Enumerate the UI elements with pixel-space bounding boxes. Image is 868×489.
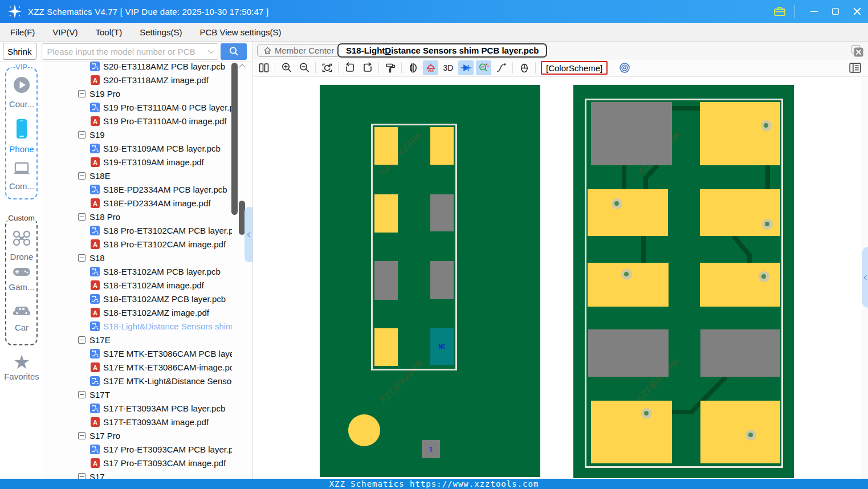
pcb-pad-gray[interactable] bbox=[591, 102, 672, 165]
collapse-expander-icon[interactable] bbox=[78, 391, 85, 398]
tree-file-row[interactable]: AS18E-PD2334AM image.pdf bbox=[0, 196, 232, 210]
eye-icon[interactable] bbox=[617, 60, 632, 75]
tree-file-row[interactable]: AS18 Pro-ET3102CAM image.pdf bbox=[0, 237, 232, 251]
tree-file-row[interactable]: S17E MTK-Light&Distance Sensors shim PCB… bbox=[0, 374, 232, 388]
tree-file-row[interactable]: S18-Light&Distance Sensors shim PCB laye… bbox=[0, 319, 232, 333]
tree-file-row[interactable]: S19-ET3109AM PCB layer.pcb bbox=[0, 141, 232, 155]
tree-group-row[interactable]: S17 bbox=[0, 470, 232, 479]
tree-file-row[interactable]: S19 Pro-ET3110AM-0 PCB layer.pcb bbox=[0, 100, 232, 114]
via[interactable] bbox=[759, 271, 769, 282]
close-button[interactable] bbox=[846, 0, 868, 23]
minimize-button[interactable] bbox=[803, 0, 825, 23]
shrink-button[interactable]: Shrink bbox=[3, 43, 36, 60]
pcb-pad-gray[interactable] bbox=[588, 329, 669, 377]
tree-file-row[interactable]: S17E MTK-ET3086CAM PCB layer.pcb bbox=[0, 347, 232, 360]
tree-file-row[interactable]: S18E-PD2334AM PCB layer.pcb bbox=[0, 182, 232, 196]
refresh-selection-icon[interactable] bbox=[319, 60, 335, 75]
diode-icon[interactable] bbox=[458, 60, 474, 75]
collapse-expander-icon[interactable] bbox=[78, 172, 85, 180]
rotate-left-icon[interactable] bbox=[342, 60, 357, 75]
menu-file-f-[interactable]: File(F) bbox=[10, 27, 35, 37]
silkscreen-lamp-icon[interactable] bbox=[423, 60, 438, 75]
tree-file-row[interactable]: AS17E MTK-ET3086CAM-image.pdf bbox=[0, 360, 232, 374]
pcb-pad-yellow[interactable] bbox=[588, 189, 668, 236]
inspect-components-icon[interactable] bbox=[476, 60, 491, 75]
split-view-icon[interactable] bbox=[256, 60, 271, 75]
pcb-pad-yellow[interactable] bbox=[591, 401, 672, 463]
vip-briefcase-icon[interactable] bbox=[773, 5, 787, 18]
pcb-pad-yellow[interactable] bbox=[700, 263, 780, 307]
tree-file-row[interactable]: AS19-ET3109AM image.pdf bbox=[0, 155, 232, 169]
colorscheme-button[interactable]: [ColorScheme] bbox=[541, 61, 608, 75]
tree-group-row[interactable]: S19 bbox=[0, 128, 232, 141]
collapse-tree-handle[interactable] bbox=[244, 207, 252, 262]
view-3d-button[interactable]: 3D bbox=[441, 60, 456, 75]
pcb-pad-yellow[interactable] bbox=[374, 328, 398, 366]
tree-group-row[interactable]: S18E bbox=[0, 169, 232, 182]
pcb-round-pad[interactable] bbox=[348, 414, 380, 446]
tab-member-center[interactable]: Member Center bbox=[257, 44, 340, 57]
tree-file-row[interactable]: S17T-ET3093AM PCB layer.pcb bbox=[0, 401, 232, 415]
menu-vip-v-[interactable]: VIP(V) bbox=[52, 27, 78, 37]
via[interactable] bbox=[762, 219, 773, 230]
via[interactable] bbox=[612, 198, 622, 209]
pcb-pad-yellow[interactable] bbox=[700, 102, 780, 165]
tree-file-row[interactable]: S18-ET3102AMZ PCB layer.pcb bbox=[0, 292, 232, 305]
zoom-in-icon[interactable] bbox=[279, 60, 294, 75]
layer-panel-icon[interactable] bbox=[848, 61, 862, 75]
collapse-expander-icon[interactable] bbox=[78, 131, 85, 138]
tree-scrollbar-thumb[interactable] bbox=[231, 63, 238, 215]
tree-group-row[interactable]: S17E bbox=[0, 333, 232, 347]
paint-roller-icon[interactable] bbox=[382, 60, 398, 75]
tree-file-row[interactable]: AS17 Pro-ET3093CAM image.pdf bbox=[0, 456, 232, 470]
collapse-expander-icon[interactable] bbox=[78, 90, 85, 97]
collapse-expander-icon[interactable] bbox=[78, 473, 85, 479]
maximize-button[interactable] bbox=[825, 0, 846, 23]
tree-group-row[interactable]: S19 Pro bbox=[0, 87, 232, 100]
right-board[interactable]: XZZ@XZZHKXZZ@XZZHK bbox=[573, 85, 794, 478]
mirror-flip-icon[interactable] bbox=[405, 60, 421, 75]
pcb-canvas[interactable]: XZZ@XZZHKXZZ@XZZHKNC1XZZ@XZZHKXZZ@XZZHK bbox=[253, 78, 862, 479]
close-all-tabs-icon[interactable] bbox=[851, 44, 864, 58]
search-input[interactable] bbox=[42, 43, 218, 60]
tree-file-row[interactable]: AS20-ET3118AMZ image.pdf bbox=[0, 73, 232, 87]
pcb-pad-gray[interactable]: 1 bbox=[422, 440, 440, 458]
tree-group-row[interactable]: S18 bbox=[0, 251, 232, 264]
tree-file-row[interactable]: S17 Pro-ET3093CAM PCB layer.pcb bbox=[0, 442, 232, 456]
pcb-pad-yellow[interactable] bbox=[700, 401, 780, 463]
collapse-expander-icon[interactable] bbox=[78, 213, 85, 221]
tree-file-row[interactable]: S18 Pro-ET3102CAM PCB layer.pcb bbox=[0, 223, 232, 237]
tab-active-document[interactable]: S18-LightDistance Sensors shim PCB layer… bbox=[337, 43, 547, 58]
tree-group-row[interactable]: S17T bbox=[0, 388, 232, 401]
collapse-right-panel-handle[interactable] bbox=[862, 247, 868, 308]
mouse-icon[interactable] bbox=[516, 60, 532, 75]
via[interactable] bbox=[745, 430, 756, 441]
pcb-pad-gray[interactable] bbox=[430, 194, 454, 231]
via[interactable] bbox=[641, 408, 652, 419]
tree-file-row[interactable]: AS18-ET3102AMZ image.pdf bbox=[0, 305, 232, 319]
collapse-expander-icon[interactable] bbox=[78, 336, 85, 344]
tree-file-row[interactable]: AS19 Pro-ET3110AM-0 image.pdf bbox=[0, 114, 232, 128]
tree-group-row[interactable]: S18 Pro bbox=[0, 210, 232, 223]
pcb-pad-yellow[interactable] bbox=[430, 127, 454, 165]
collapse-expander-icon[interactable] bbox=[78, 432, 85, 439]
measure-curve-icon[interactable] bbox=[494, 60, 509, 75]
menu-tool-t-[interactable]: Tool(T) bbox=[96, 27, 123, 37]
pcb-pad-gray[interactable] bbox=[430, 261, 454, 299]
collapse-expander-icon[interactable] bbox=[78, 254, 85, 262]
tree-file-row[interactable]: AS17T-ET3093AM image.pdf bbox=[0, 415, 232, 429]
left-board[interactable]: XZZ@XZZHKXZZ@XZZHKNC1 bbox=[320, 85, 540, 477]
menu-pcb-view-settings-s-[interactable]: PCB View settings(S) bbox=[199, 27, 281, 37]
via[interactable] bbox=[621, 269, 632, 280]
tree-file-row[interactable]: AS18-ET3102AM image.pdf bbox=[0, 278, 232, 292]
pcb-pad-yellow[interactable] bbox=[374, 194, 398, 233]
via[interactable] bbox=[761, 120, 772, 131]
tree-file-row[interactable]: S18-ET3102AM PCB layer.pcb bbox=[0, 264, 232, 278]
menu-settings-s-[interactable]: Settings(S) bbox=[140, 27, 182, 37]
pcb-pad-yellow[interactable] bbox=[374, 127, 398, 165]
rotate-right-icon[interactable] bbox=[360, 60, 375, 75]
tree-group-row[interactable]: S17 Pro bbox=[0, 429, 232, 442]
search-button[interactable] bbox=[221, 43, 247, 60]
zoom-out-icon[interactable] bbox=[296, 60, 312, 75]
pcb-pad-gray[interactable] bbox=[374, 261, 398, 300]
